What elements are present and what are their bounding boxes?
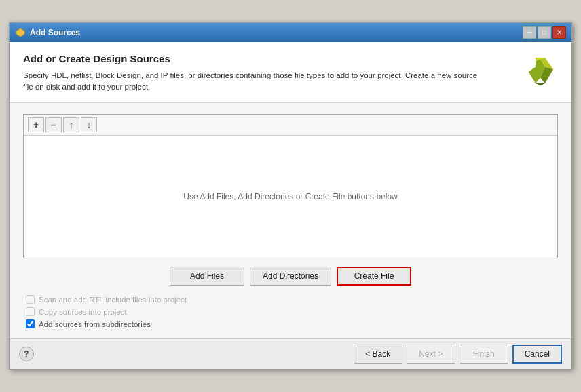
maximize-button[interactable]: □ <box>538 26 551 39</box>
empty-list-message: Use Add Files, Add Directories or Create… <box>183 192 397 201</box>
arrow-down-icon: ↓ <box>87 119 92 130</box>
finish-button[interactable]: Finish <box>460 345 508 364</box>
main-window: Add Sources ─ □ ✕ Add or Create Design S… <box>9 22 572 370</box>
footer-left: ? <box>19 347 34 361</box>
window-title: Add Sources <box>30 28 80 37</box>
footer: ? < Back Next > Finish Cancel <box>10 338 571 369</box>
plus-icon: + <box>33 119 39 130</box>
header-description: Specify HDL, netlist, Block Design, and … <box>23 70 485 94</box>
back-button[interactable]: < Back <box>354 345 402 364</box>
copy-sources-checkbox[interactable] <box>26 307 35 316</box>
close-button[interactable]: ✕ <box>552 26 566 39</box>
minus-icon: – <box>51 119 56 130</box>
add-file-toolbar-button[interactable]: + <box>28 117 44 132</box>
options-area: Scan and add RTL include files into proj… <box>23 295 558 328</box>
cancel-button[interactable]: Cancel <box>512 345 562 364</box>
xilinx-logo-icon <box>523 53 558 88</box>
next-button[interactable]: Next > <box>407 345 455 364</box>
app-icon <box>15 27 26 38</box>
scan-rtl-label: Scan and add RTL include files into proj… <box>39 296 187 304</box>
content-area: Add or Create Design Sources Specify HDL… <box>10 42 571 370</box>
remove-file-toolbar-button[interactable]: – <box>45 117 62 132</box>
header-section: Add or Create Design Sources Specify HDL… <box>10 42 571 104</box>
titlebar-controls: ─ □ ✕ <box>523 26 566 39</box>
add-subdirectories-checkbox[interactable] <box>26 319 35 328</box>
add-files-button[interactable]: Add Files <box>170 267 244 286</box>
scan-rtl-option: Scan and add RTL include files into proj… <box>26 295 555 304</box>
add-subdirectories-label: Add sources from subdirectories <box>39 320 151 328</box>
file-list-container: + – ↑ ↓ Use Add Files, Add Directories o… <box>23 114 558 258</box>
titlebar: Add Sources ─ □ ✕ <box>10 23 571 42</box>
add-directories-button[interactable]: Add Directories <box>250 267 331 286</box>
action-buttons: Add Files Add Directories Create File <box>23 267 558 286</box>
file-list-body: Use Add Files, Add Directories or Create… <box>24 136 557 258</box>
logo-area <box>523 53 558 88</box>
svg-marker-6 <box>536 83 545 85</box>
minimize-button[interactable]: ─ <box>523 26 536 39</box>
move-up-toolbar-button[interactable]: ↑ <box>63 117 79 132</box>
copy-sources-label: Copy sources into project <box>39 308 127 316</box>
add-subdirectories-option: Add sources from subdirectories <box>26 319 555 328</box>
create-file-button[interactable]: Create File <box>337 267 411 286</box>
scan-rtl-checkbox[interactable] <box>26 295 35 304</box>
header-title: Add or Create Design Sources <box>23 53 485 64</box>
header-text: Add or Create Design Sources Specify HDL… <box>23 53 485 94</box>
move-down-toolbar-button[interactable]: ↓ <box>81 117 97 132</box>
footer-right: < Back Next > Finish Cancel <box>354 345 562 364</box>
titlebar-left: Add Sources <box>15 27 80 38</box>
copy-sources-option: Copy sources into project <box>26 307 555 316</box>
main-content: + – ↑ ↓ Use Add Files, Add Directories o… <box>10 103 571 338</box>
help-button[interactable]: ? <box>19 347 34 361</box>
svg-marker-0 <box>16 28 24 37</box>
arrow-up-icon: ↑ <box>69 119 74 130</box>
file-list-toolbar: + – ↑ ↓ <box>24 115 557 136</box>
